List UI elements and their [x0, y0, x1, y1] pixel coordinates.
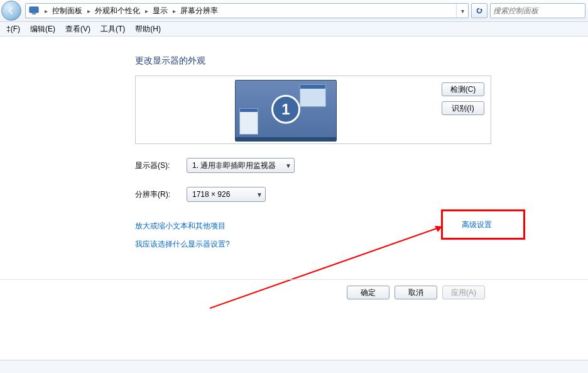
monitor-number-badge: 1 [271, 95, 300, 124]
resolution-select[interactable]: 1718 × 926 ▼ [187, 187, 266, 202]
nav-back-button[interactable] [1, 1, 21, 21]
resolution-value: 1718 × 926 [192, 190, 230, 199]
page-title: 更改显示器的外观 [135, 55, 588, 67]
display-select[interactable]: 1. 通用非即插即用监视器 ▼ [187, 158, 295, 173]
detect-button[interactable]: 检测(C) [442, 82, 484, 96]
location-box[interactable]: ▸ 控制面板 ▸ 外观和个性化 ▸ 显示 ▸ 屏幕分辨率 ▾ [25, 3, 469, 18]
ok-button[interactable]: 确定 [347, 286, 389, 299]
location-dropdown[interactable]: ▾ [456, 4, 468, 18]
resolution-row: 分辨率(R): 1718 × 926 ▼ [135, 187, 588, 202]
help-links: 放大或缩小文本和其他项目 我应该选择什么显示器设置? [135, 221, 588, 257]
content-area: 更改显示器的外观 1 检测(C) 识别(I) 显示器(S): 1. 通用非即插即… [0, 36, 588, 257]
preview-taskbar-icon [236, 137, 336, 141]
identify-button[interactable]: 识别(I) [442, 101, 484, 115]
monitor-preview[interactable]: 1 [235, 80, 337, 142]
svg-rect-1 [32, 13, 36, 14]
refresh-button[interactable] [471, 3, 487, 18]
display-row: 显示器(S): 1. 通用非即插即用监视器 ▼ [135, 158, 588, 173]
preview-window-icon [239, 108, 258, 135]
menu-help[interactable]: 帮助(H) [130, 23, 166, 36]
display-value: 1. 通用非即插即用监视器 [192, 160, 276, 171]
menu-bar: ‡(F) 编辑(E) 查看(V) 工具(T) 帮助(H) [0, 22, 588, 36]
search-input[interactable] [491, 6, 585, 15]
chevron-right-icon: ▸ [42, 8, 50, 14]
preview-window-icon [300, 84, 326, 107]
chevron-down-icon: ▼ [256, 191, 263, 198]
dialog-button-row: 确定 取消 应用(A) [347, 286, 485, 299]
cancel-button[interactable]: 取消 [395, 286, 437, 299]
refresh-icon [475, 6, 484, 15]
display-help-link[interactable]: 我应该选择什么显示器设置? [135, 239, 230, 250]
status-bar [0, 360, 588, 373]
chevron-right-icon: ▸ [170, 8, 178, 14]
monitor-icon [28, 6, 40, 16]
svg-rect-0 [30, 7, 38, 13]
search-box[interactable] [490, 3, 585, 18]
menu-file[interactable]: ‡(F) [1, 23, 25, 35]
crumb-display[interactable]: 显示 [150, 4, 170, 18]
display-label: 显示器(S): [135, 160, 187, 171]
chevron-right-icon: ▸ [85, 8, 92, 14]
menu-tools[interactable]: 工具(T) [95, 23, 130, 36]
resolution-label: 分辨率(R): [135, 189, 187, 200]
advanced-settings-link[interactable]: 高级设置 [462, 220, 492, 230]
text-size-link[interactable]: 放大或缩小文本和其他项目 [135, 221, 226, 231]
chevron-down-icon: ▼ [285, 162, 291, 169]
separator [0, 279, 588, 280]
crumb-appearance[interactable]: 外观和个性化 [92, 4, 143, 18]
monitor-preview-box: 1 检测(C) 识别(I) [135, 75, 491, 144]
menu-edit[interactable]: 编辑(E) [25, 23, 60, 36]
address-bar: ▸ 控制面板 ▸ 外观和个性化 ▸ 显示 ▸ 屏幕分辨率 ▾ [0, 0, 588, 22]
arrow-left-icon [7, 6, 16, 15]
menu-view[interactable]: 查看(V) [60, 23, 95, 36]
crumb-resolution[interactable]: 屏幕分辨率 [178, 4, 220, 18]
chevron-right-icon: ▸ [143, 8, 150, 14]
apply-button: 应用(A) [442, 286, 485, 299]
crumb-control-panel[interactable]: 控制面板 [50, 4, 85, 18]
